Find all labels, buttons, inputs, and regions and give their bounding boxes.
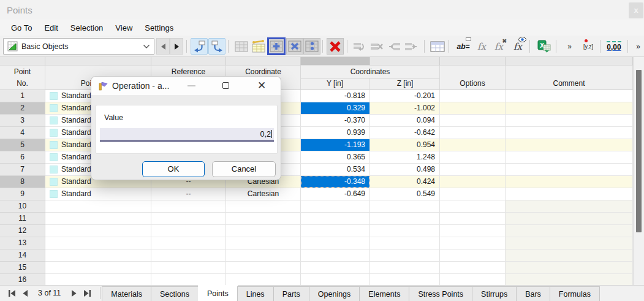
tab-materials[interactable]: Materials xyxy=(102,286,151,301)
cell-y[interactable]: -0.649 xyxy=(301,188,370,200)
cell-z[interactable] xyxy=(370,250,440,262)
row-copy-button[interactable] xyxy=(351,38,368,55)
cell-comment[interactable] xyxy=(506,127,633,139)
cell-options[interactable] xyxy=(440,127,506,139)
previous-table-button[interactable] xyxy=(156,38,170,55)
cell-type[interactable] xyxy=(45,225,151,237)
cell-options[interactable] xyxy=(440,151,506,164)
cell-reference[interactable] xyxy=(151,200,226,213)
cell-reference[interactable]: -- xyxy=(151,188,226,200)
cell-comment[interactable] xyxy=(506,250,633,262)
menu-item-settings[interactable]: Settings xyxy=(138,21,180,34)
toolbar-overflow2-button[interactable]: » xyxy=(633,38,643,55)
cell-coordinate_system[interactable] xyxy=(226,274,301,285)
tab-openings[interactable]: Openings xyxy=(309,286,360,301)
cell-z[interactable] xyxy=(370,274,440,285)
cell-coordinate_system[interactable] xyxy=(226,200,301,213)
header-point-no[interactable]: PointNo. xyxy=(0,66,45,90)
row-header[interactable]: 7 xyxy=(0,164,45,176)
row-header[interactable]: 8 xyxy=(0,176,45,188)
cell-z[interactable]: -0.201 xyxy=(370,90,440,102)
row-delete-button[interactable] xyxy=(368,38,385,55)
undo-button[interactable] xyxy=(191,38,208,55)
menu-item-go-to[interactable]: Go To xyxy=(5,21,38,34)
cell-z[interactable]: 0.424 xyxy=(370,176,440,188)
table-add-button[interactable] xyxy=(268,38,285,55)
cell-z[interactable]: 0.954 xyxy=(370,139,440,151)
cell-comment[interactable] xyxy=(506,90,633,102)
first-table-button[interactable] xyxy=(5,288,18,299)
cell-comment[interactable] xyxy=(506,188,633,200)
ok-button[interactable]: OK xyxy=(142,161,205,177)
cell-z[interactable] xyxy=(370,213,440,225)
cell-z[interactable] xyxy=(370,237,440,250)
cell-z[interactable]: -0.642 xyxy=(370,127,440,139)
cell-comment[interactable] xyxy=(506,176,633,188)
coordinates-display-button[interactable]: [y,z] xyxy=(579,38,597,55)
cell-y[interactable]: 0.534 xyxy=(301,164,370,176)
cell-z[interactable]: 0.094 xyxy=(370,115,440,127)
menu-item-edit[interactable]: Edit xyxy=(38,21,64,34)
row-header[interactable]: 11 xyxy=(0,213,45,225)
row-header[interactable]: 9 xyxy=(0,188,45,200)
minimize-icon[interactable] xyxy=(188,85,195,86)
column-indicator-7[interactable] xyxy=(506,57,633,66)
column-indicator-5[interactable] xyxy=(370,57,440,66)
cell-coordinate_system[interactable] xyxy=(226,262,301,274)
cell-z[interactable] xyxy=(370,225,440,237)
cell-z[interactable]: 0.498 xyxy=(370,164,440,176)
cell-y[interactable] xyxy=(301,274,370,285)
cell-options[interactable] xyxy=(440,90,506,102)
cell-z[interactable] xyxy=(370,200,440,213)
close-icon[interactable]: x xyxy=(629,2,643,18)
next-page-button[interactable] xyxy=(67,288,80,299)
cell-z[interactable]: 1.248 xyxy=(370,151,440,164)
table-properties-button[interactable] xyxy=(303,38,320,55)
tab-elements[interactable]: Elements xyxy=(359,286,409,301)
cell-options[interactable] xyxy=(440,188,506,200)
header-coordinates-group[interactable]: CoordinatesY [in]Z [in] xyxy=(301,66,440,90)
table-delete-button[interactable] xyxy=(286,38,303,55)
cell-type[interactable] xyxy=(45,213,151,225)
table-new-button[interactable] xyxy=(250,38,267,55)
cell-reference[interactable] xyxy=(151,225,226,237)
column-indicator-6[interactable] xyxy=(440,57,506,66)
next-table-button[interactable] xyxy=(170,38,183,55)
cell-reference[interactable] xyxy=(151,213,226,225)
cell-coordinate_system[interactable] xyxy=(226,225,301,237)
excel-export-button[interactable]: X xyxy=(536,38,553,55)
row-header[interactable]: 2 xyxy=(0,102,45,115)
tab-points[interactable]: Points xyxy=(198,285,238,301)
tab-stress-points[interactable]: Stress Points xyxy=(409,286,472,301)
dialog-close-icon[interactable]: ✕ xyxy=(254,78,269,93)
cell-comment[interactable] xyxy=(506,139,633,151)
tab-formulas[interactable]: Formulas xyxy=(550,286,600,301)
column-indicator-3[interactable] xyxy=(226,57,301,66)
cell-comment[interactable] xyxy=(506,225,633,237)
row-header[interactable]: 10 xyxy=(0,200,45,213)
row-header[interactable]: 15 xyxy=(0,262,45,274)
cell-z[interactable] xyxy=(370,262,440,274)
column-indicator-4[interactable] xyxy=(301,57,370,66)
cell-y[interactable]: 0.939 xyxy=(301,127,370,139)
cell-options[interactable] xyxy=(440,262,506,274)
cell-comment[interactable] xyxy=(506,151,633,164)
cell-options[interactable] xyxy=(440,115,506,127)
cell-coordinate_system[interactable]: Cartesian xyxy=(226,188,301,200)
cell-reference[interactable] xyxy=(151,274,226,285)
vertical-scrollbar[interactable] xyxy=(633,57,644,285)
cell-y[interactable]: -1.193 xyxy=(301,139,370,151)
cell-y[interactable] xyxy=(301,250,370,262)
row-header[interactable]: 6 xyxy=(0,151,45,164)
cell-comment[interactable] xyxy=(506,262,633,274)
delete-all-button[interactable] xyxy=(327,38,344,55)
fx-button[interactable]: fx xyxy=(474,38,489,55)
row-header[interactable]: 16 xyxy=(0,274,45,285)
row-header[interactable]: 3 xyxy=(0,115,45,127)
row-header[interactable]: 13 xyxy=(0,237,45,250)
cell-options[interactable] xyxy=(440,225,506,237)
cell-comment[interactable] xyxy=(506,115,633,127)
cell-comment[interactable] xyxy=(506,274,633,285)
tab-parts[interactable]: Parts xyxy=(273,286,309,301)
row-header[interactable]: 14 xyxy=(0,250,45,262)
